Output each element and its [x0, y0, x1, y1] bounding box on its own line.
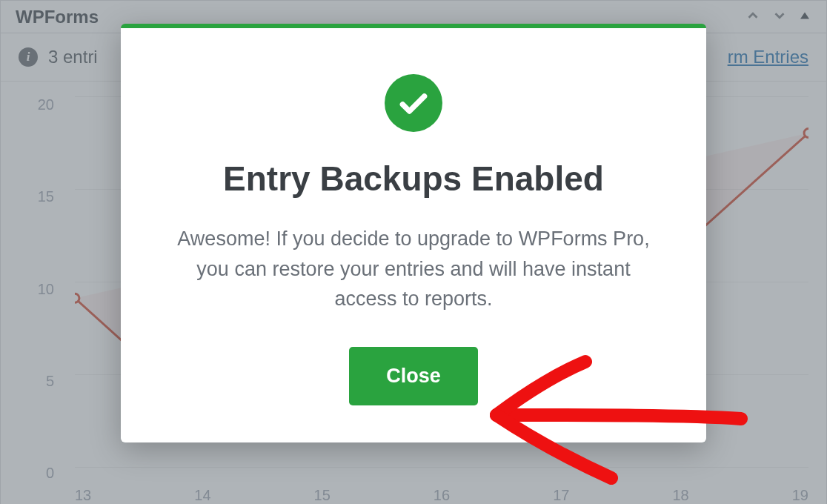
modal-overlay: Entry Backups Enabled Awesome! If you de…: [0, 0, 827, 504]
success-check-icon: [385, 74, 442, 132]
modal-title: Entry Backups Enabled: [158, 159, 669, 199]
modal-body: Awesome! If you decide to upgrade to WPF…: [158, 224, 669, 314]
close-button[interactable]: Close: [349, 347, 478, 405]
entry-backups-modal: Entry Backups Enabled Awesome! If you de…: [121, 24, 706, 442]
